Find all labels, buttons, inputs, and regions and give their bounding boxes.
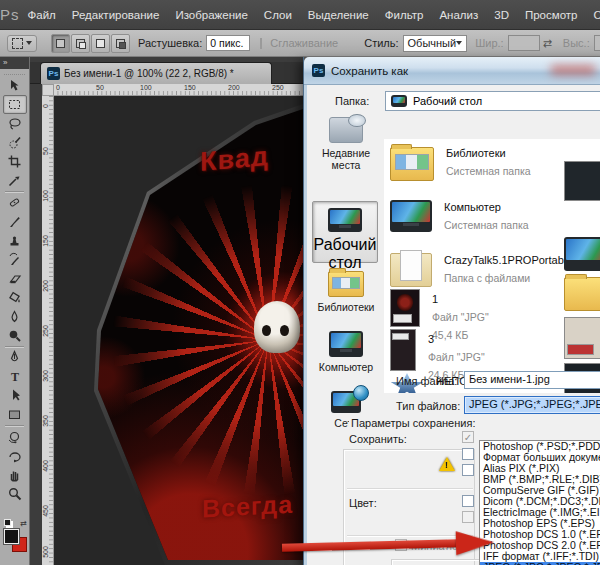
folder-combobox[interactable]: Рабочий стол	[385, 91, 600, 111]
width-input[interactable]	[508, 35, 540, 51]
file-row[interactable]: Компьютер Системная папка	[390, 197, 529, 233]
blur-tool[interactable]	[3, 307, 27, 326]
color-checkbox-1[interactable]	[462, 495, 474, 507]
menu-filter[interactable]: Фильтр	[377, 9, 432, 21]
save-params-label: Параметры сохранения:	[349, 417, 475, 429]
save-checkbox-3[interactable]	[462, 464, 474, 476]
sidebar-item-recent[interactable]: Недавние места	[309, 117, 383, 171]
color-label: Цвет:	[349, 497, 377, 509]
file-list: Библиотеки Системная папка Компьютер Сис…	[384, 139, 600, 393]
document-icon: Ps	[47, 67, 60, 80]
save-checkbox-1[interactable]: ✓	[462, 431, 474, 443]
style-combobox[interactable]: Обычный	[403, 35, 468, 52]
path-selection-tool[interactable]	[3, 386, 27, 405]
lasso-tool[interactable]	[3, 114, 27, 133]
artwork-skull	[254, 301, 300, 353]
file-icon-clipped	[564, 317, 600, 363]
swap-dimensions-icon[interactable]: ⇄	[543, 37, 552, 50]
sidebar-item-desktop[interactable]: Рабочий стол	[312, 201, 378, 263]
menu-window[interactable]: Окно	[585, 9, 600, 21]
file-icon-clipped	[564, 237, 600, 275]
menu-3d[interactable]: 3D	[486, 9, 517, 21]
rectangular-marquee-tool[interactable]	[3, 95, 27, 114]
feather-input[interactable]	[206, 35, 250, 51]
document-tab[interactable]: Ps Без имени-1 @ 100% (22 2, RGB/8) *	[40, 62, 272, 84]
pen-tool[interactable]	[3, 348, 27, 367]
3d-orbit-tool[interactable]	[3, 446, 27, 465]
new-selection-button[interactable]	[51, 34, 70, 53]
menu-image[interactable]: Изображение	[167, 9, 255, 21]
chevron-down-icon	[26, 41, 32, 45]
desktop-icon	[328, 208, 362, 232]
tool-preset-picker[interactable]	[7, 35, 37, 52]
clone-stamp-tool[interactable]	[3, 231, 27, 250]
menu-analysis[interactable]: Анализ	[431, 9, 486, 21]
panel-collapse-icon[interactable]: »	[0, 57, 29, 69]
intersect-selection-button[interactable]	[111, 34, 130, 53]
antialias-checkbox[interactable]	[260, 38, 262, 49]
paint-bucket-tool[interactable]	[3, 288, 27, 307]
zoom-tool[interactable]	[3, 484, 27, 503]
menu-edit[interactable]: Редактирование	[64, 9, 168, 21]
rectangle-shape-tool[interactable]	[3, 405, 27, 424]
move-tool[interactable]	[3, 76, 27, 95]
menu-file[interactable]: Файл	[20, 9, 64, 21]
filetype-combobox[interactable]: JPEG (*.JPG;*.JPEG;*.JPE)	[464, 396, 600, 414]
quick-selection-tool[interactable]	[3, 133, 27, 152]
dialog-close-glow	[551, 65, 595, 75]
antialias-label: Сглаживание	[270, 37, 338, 49]
swap-colors-icon[interactable]: ⇄	[20, 519, 27, 528]
sidebar-item-libraries[interactable]: Библиотеки	[309, 271, 383, 313]
artwork-text-bottom: Всегда	[202, 490, 293, 524]
save-as-dialog: Ps Сохранить как Папка: Рабочий стол Нед…	[303, 57, 600, 565]
svg-text:T: T	[11, 370, 19, 384]
history-brush-tool[interactable]	[3, 250, 27, 269]
libraries-folder-icon	[390, 147, 434, 181]
eyedropper-tool[interactable]	[3, 171, 27, 190]
sidebar-item-computer[interactable]: Компьютер	[309, 331, 383, 373]
tools-panel: » T ⇄	[0, 57, 30, 565]
recent-places-icon	[329, 117, 363, 143]
jpg-thumbnail-icon	[390, 329, 416, 371]
color-checkbox-2[interactable]	[462, 511, 474, 523]
type-tool[interactable]: T	[3, 367, 27, 386]
eraser-tool[interactable]	[3, 269, 27, 288]
dialog-title-bar[interactable]: Ps Сохранить как	[304, 57, 600, 85]
default-colors-icon[interactable]	[4, 519, 11, 526]
height-input[interactable]	[594, 35, 600, 51]
marquee-preset-icon	[12, 38, 23, 49]
dialog-body: Папка: Рабочий стол Недавние места Рабоч…	[304, 85, 600, 565]
menu-view[interactable]: Просмотр	[517, 9, 586, 21]
3d-rotate-tool[interactable]	[3, 427, 27, 446]
brush-tool[interactable]	[3, 212, 27, 231]
foreground-color-swatch[interactable]	[4, 529, 19, 544]
file-icon-clipped	[564, 277, 600, 315]
filename-input[interactable]: Без имени-1.jpg	[464, 371, 600, 389]
libraries-icon	[328, 271, 364, 297]
hand-tool[interactable]	[3, 465, 27, 484]
filetype-label: Тип файлов:	[396, 400, 460, 412]
healing-brush-tool[interactable]	[3, 193, 27, 212]
menu-bar: Ps Файл Редактирование Изображение Слои …	[0, 0, 600, 30]
document-tab-title: Без имени-1 @ 100% (22 2, RGB/8) *	[64, 68, 234, 79]
save-label: Сохранить:	[349, 433, 407, 445]
file-row[interactable]: Библиотеки Системная папка	[390, 143, 531, 181]
options-bar: Растушевка: Сглаживание Стиль: Обычный Ш…	[0, 30, 600, 57]
selection-mode-group	[51, 34, 130, 53]
save-checkbox-2[interactable]	[462, 448, 474, 460]
menu-layers[interactable]: Слои	[256, 9, 300, 21]
style-label: Стиль:	[364, 37, 398, 49]
ruler-corner	[42, 84, 54, 96]
file-icon-clipped	[564, 161, 600, 205]
file-row[interactable]: CrazyTalk5.1PROPortable Папка с файлами	[390, 250, 572, 287]
desktop-icon	[391, 95, 407, 107]
menu-select[interactable]: Выделение	[300, 9, 377, 21]
computer-icon	[329, 331, 363, 357]
crop-tool[interactable]	[3, 152, 27, 171]
dodge-tool[interactable]	[3, 326, 27, 345]
subtract-selection-button[interactable]	[91, 34, 110, 53]
add-selection-button[interactable]	[71, 34, 90, 53]
photoshop-logo: Ps	[0, 6, 20, 23]
canvas[interactable]: Квад Всегда	[54, 96, 303, 565]
horizontal-ruler: 0 50 100 150 200 250	[54, 84, 303, 96]
